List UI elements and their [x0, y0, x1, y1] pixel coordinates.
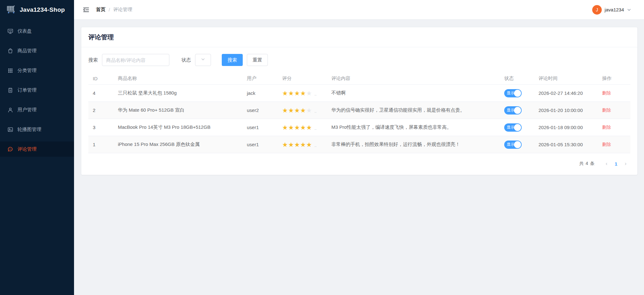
star-icon: ★	[282, 124, 288, 131]
cell-product: MacBook Pro 14英寸 M3 Pro 18GB+512GB	[113, 124, 242, 130]
sidebar-item-orders[interactable]: 订单管理	[0, 82, 74, 98]
search-input[interactable]	[102, 54, 169, 66]
star-icon: ★	[306, 90, 312, 96]
star-icon: ★	[300, 141, 306, 148]
users-icon	[7, 107, 13, 113]
breadcrumb: 首页 / 评论管理	[96, 7, 132, 13]
cell-time: 2026-01-18 09:00:00	[534, 125, 598, 130]
breadcrumb-current: 评论管理	[113, 7, 132, 13]
table-row: 3MacBook Pro 14英寸 M3 Pro 18GB+512GBuser1…	[88, 119, 630, 136]
star-icon: ★	[288, 90, 294, 96]
delete-button[interactable]: 删除	[602, 108, 611, 113]
comments-icon	[7, 146, 13, 152]
toggle-knob	[514, 90, 521, 97]
breadcrumb-separator: /	[109, 7, 110, 12]
cell-user: user1	[242, 142, 278, 147]
cell-product: 华为 Mate 60 Pro+ 512GB 宣白	[113, 107, 242, 113]
cell-time: 2026-01-20 10:00:00	[534, 108, 598, 113]
status-toggle[interactable]: 显示	[504, 106, 522, 115]
cell-id: 3	[88, 125, 113, 130]
star-icon: ★	[306, 124, 312, 131]
username: java1234	[605, 7, 624, 12]
pagination-page-1[interactable]: 1	[611, 161, 621, 167]
cell-time: 2026-01-05 15:30:00	[534, 142, 598, 147]
star-icon: ★	[294, 124, 300, 131]
cell-comment: 华为的信号确实很好，卫星通信功能很实用，就是价格有点贵。	[327, 107, 500, 113]
cell-status: 显示	[500, 123, 534, 132]
toggle-knob	[514, 107, 521, 114]
chevron-down-icon	[201, 57, 205, 63]
status-toggle-label: 显示	[507, 90, 514, 96]
column-header-3: 评分	[278, 75, 327, 82]
star-icon: ★	[300, 124, 306, 131]
cell-actions: 删除	[598, 124, 630, 130]
star-icon: ★	[282, 107, 288, 114]
cell-rating: ★★★★★..	[278, 90, 327, 96]
star-rating: ★★★★★..	[282, 141, 327, 148]
sidebar-item-dashboard[interactable]: 仪表盘	[0, 23, 74, 39]
cell-status: 显示	[500, 89, 534, 97]
sidebar-item-comments[interactable]: 评论管理	[0, 141, 74, 157]
sidebar-menu: 仪表盘商品管理分类管理订单管理用户管理轮播图管理评论管理	[0, 20, 74, 161]
status-label: 状态	[181, 57, 191, 63]
column-header-0: ID	[88, 76, 113, 81]
status-toggle-label: 显示	[507, 108, 514, 113]
avatar[interactable]: J	[592, 5, 602, 15]
carousel-icon	[7, 127, 13, 133]
card-header: 评论管理	[81, 27, 637, 47]
cell-id: 1	[88, 142, 113, 147]
sidebar-item-categories[interactable]: 分类管理	[0, 63, 74, 78]
status-toggle[interactable]: 显示	[504, 123, 522, 132]
cell-actions: 删除	[598, 90, 630, 96]
delete-button[interactable]: 删除	[602, 142, 611, 147]
star-icon: ★	[294, 90, 300, 96]
status-toggle[interactable]: 显示	[504, 141, 522, 149]
sidebar-item-label: 仪表盘	[17, 28, 32, 34]
star-icon: ★	[288, 124, 294, 131]
reset-button[interactable]: 重置	[247, 54, 268, 66]
user-menu[interactable]: J java1234	[592, 5, 631, 15]
brand-logo: Java1234-Shop	[0, 0, 74, 20]
star-icon: ★	[294, 107, 300, 114]
pagination-next-icon[interactable]: ›	[621, 161, 630, 167]
sidebar-item-label: 用户管理	[17, 107, 37, 113]
cell-user: user1	[242, 125, 278, 130]
comments-table: ID商品名称用户评分评论内容状态评论时间操作 4三只松鼠 坚果大礼包 1580g…	[88, 73, 630, 153]
sidebar-item-products[interactable]: 商品管理	[0, 43, 74, 58]
search-button[interactable]: 搜索	[222, 54, 243, 66]
status-toggle[interactable]: 显示	[504, 89, 522, 97]
table-row: 1iPhone 15 Pro Max 256GB 原色钛金属user1★★★★★…	[88, 136, 630, 153]
column-header-2: 用户	[242, 75, 278, 82]
star-rating: ★★★★★..	[282, 124, 327, 131]
table-body: 4三只松鼠 坚果大礼包 1580gjack★★★★★..不错啊显示2026-02…	[88, 85, 630, 153]
sidebar-item-carousel[interactable]: 轮播图管理	[0, 122, 74, 137]
cell-product: 三只松鼠 坚果大礼包 1580g	[113, 90, 242, 96]
status-select[interactable]	[195, 54, 211, 66]
pagination-total: 共 4 条	[579, 161, 595, 167]
status-toggle-label: 显示	[507, 142, 514, 147]
delete-button[interactable]: 删除	[602, 90, 611, 95]
column-header-7: 操作	[598, 75, 630, 82]
delete-button[interactable]: 删除	[602, 125, 611, 130]
breadcrumb-home[interactable]: 首页	[96, 7, 105, 13]
cell-actions: 删除	[598, 107, 630, 113]
column-header-5: 状态	[500, 75, 534, 82]
chevron-down-icon	[627, 8, 631, 12]
pagination-prev-icon[interactable]: ‹	[602, 161, 611, 167]
brand-name: Java1234-Shop	[20, 6, 65, 13]
sidebar-item-label: 订单管理	[17, 87, 37, 93]
table-header-row: ID商品名称用户评分评论内容状态评论时间操作	[88, 73, 630, 85]
rating-ellipsis: ..	[315, 109, 317, 114]
cell-id: 2	[88, 108, 113, 113]
categories-icon	[7, 68, 13, 74]
sidebar-item-label: 商品管理	[17, 48, 37, 54]
cell-time: 2026-02-27 14:46:20	[534, 90, 598, 96]
star-icon: ★	[294, 141, 300, 148]
star-icon: ★	[288, 107, 294, 114]
sidebar-item-label: 轮播图管理	[17, 127, 41, 133]
cell-rating: ★★★★★..	[278, 107, 327, 114]
star-icon: ★	[300, 90, 306, 96]
collapse-sidebar-icon[interactable]	[83, 6, 90, 14]
sidebar-item-users[interactable]: 用户管理	[0, 102, 74, 117]
star-rating: ★★★★★..	[282, 107, 327, 114]
